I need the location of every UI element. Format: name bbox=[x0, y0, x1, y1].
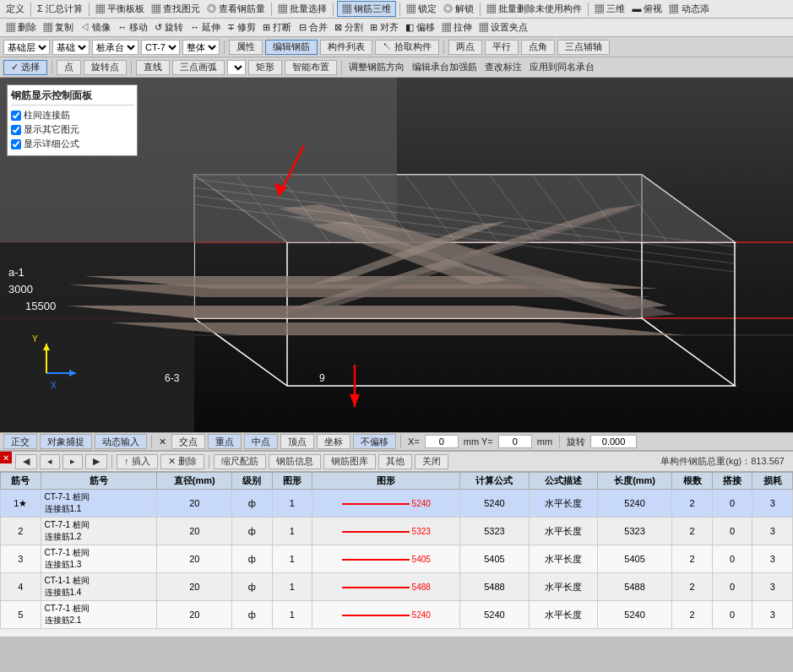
btn-balance-board[interactable]: ▦ 平衡板板 bbox=[93, 3, 147, 15]
btn-pick-element[interactable]: ↖ 拾取构件 bbox=[375, 40, 439, 55]
btn-view-rebar[interactable]: ◎ 查看钢筋量 bbox=[204, 3, 268, 15]
btn-batch-select[interactable]: ▦ 批量选择 bbox=[275, 3, 329, 15]
label-pillar-conn: 柱间连接筋 bbox=[24, 109, 70, 122]
table-row[interactable]: 4 CT-1-1 桩间连接筋1.4 20 ф 1 5488 5488 水平长度 … bbox=[1, 573, 793, 601]
cell-formula: 5323 bbox=[460, 518, 529, 545]
btn-rebar-info[interactable]: 钢筋信息 bbox=[269, 454, 321, 469]
btn-insert-rebar[interactable]: ↑ 插入 bbox=[117, 454, 158, 469]
scope-select[interactable]: 整体 bbox=[182, 40, 220, 55]
btn-select[interactable]: ✓ 选择 bbox=[3, 60, 47, 75]
btn-rebar-3d[interactable]: ▦ 钢筋三维 bbox=[337, 1, 396, 17]
sep-t4-2 bbox=[131, 61, 132, 74]
btn-first[interactable]: ◀ bbox=[15, 454, 37, 469]
cell-loss: 3 bbox=[752, 490, 793, 518]
btn-move[interactable]: ↔ 移动 bbox=[115, 21, 150, 34]
y-input[interactable] bbox=[498, 435, 532, 448]
btn-last[interactable]: ▶ bbox=[85, 454, 107, 469]
rotate-input[interactable] bbox=[590, 435, 637, 448]
cell-desc: 水平长度 bbox=[529, 545, 597, 573]
btn-vertex[interactable]: 顶点 bbox=[280, 434, 314, 449]
y-label: mm Y= bbox=[461, 436, 496, 447]
btn-close-panel[interactable]: 关闭 bbox=[415, 454, 448, 469]
btn-edit-rebar[interactable]: 编辑钢筋 bbox=[265, 40, 318, 55]
close-rebar-btn[interactable]: ✕ bbox=[0, 452, 12, 463]
control-panel: 钢筋显示控制面板 柱间连接筋 显示其它图元 显示详细公式 bbox=[7, 84, 138, 156]
table-row[interactable]: 2 CT-7-1 桩间连接筋1.2 20 ф 1 5323 5323 水平长度 … bbox=[1, 518, 793, 545]
table-row[interactable]: 1★ CT-7-1 桩间连接筋1.1 20 ф 1 5240 5240 水平长度… bbox=[1, 490, 793, 518]
btn-edit-cap-rebar[interactable]: 编辑承台加强筋 bbox=[410, 61, 480, 73]
btn-angle[interactable]: 点角 bbox=[521, 40, 555, 55]
btn-no-offset[interactable]: 不偏移 bbox=[353, 434, 396, 449]
btn-three-arc[interactable]: 三点画弧 bbox=[172, 60, 225, 75]
btn-parallel[interactable]: 平行 bbox=[485, 40, 519, 55]
btn-unlock[interactable]: ◎ 解锁 bbox=[441, 3, 476, 15]
btn-rotate-point[interactable]: 旋转点 bbox=[84, 60, 127, 75]
checkbox-show-formula[interactable] bbox=[11, 139, 21, 149]
cell-shape-fig: 5323 bbox=[312, 518, 460, 545]
checkbox-show-other[interactable] bbox=[11, 125, 21, 135]
btn-stretch[interactable]: ▦ 拉伸 bbox=[439, 21, 475, 34]
cell-count: 2 bbox=[672, 601, 713, 629]
3d-viewport[interactable]: X Y a-1 3000 15500 6-3 9 钢筋显示控制面板 柱间连接筋 … bbox=[0, 78, 793, 432]
btn-dynamic-input[interactable]: 动态输入 bbox=[95, 434, 147, 449]
btn-top-view[interactable]: ▬ 俯视 bbox=[629, 3, 665, 15]
btn-delete-rebar[interactable]: ✕ 删除 bbox=[160, 454, 204, 469]
btn-check-mark[interactable]: 查改标注 bbox=[482, 61, 524, 73]
btn-mirror[interactable]: ◁ 镜像 bbox=[78, 21, 113, 34]
btn-find-element[interactable]: ▦ 查找图元 bbox=[149, 3, 203, 15]
btn-property[interactable]: 属性 bbox=[229, 40, 263, 55]
btn-dynamic[interactable]: ▦ 动态添 bbox=[666, 3, 711, 15]
btn-line[interactable]: 直线 bbox=[136, 60, 170, 75]
table-row[interactable]: 3 CT-7-1 桩间连接筋1.3 20 ф 1 5405 5405 水平长度 … bbox=[1, 545, 793, 573]
btn-three-point-aux[interactable]: 三点辅轴 bbox=[557, 40, 610, 55]
cell-length: 5405 bbox=[597, 545, 672, 573]
btn-rect[interactable]: 矩形 bbox=[248, 60, 282, 75]
btn-apply-same-cap[interactable]: 应用到同名承台 bbox=[527, 61, 597, 73]
btn-set-grip[interactable]: ▦ 设置夹点 bbox=[476, 21, 530, 34]
element-type-select[interactable]: 基础 bbox=[52, 40, 90, 55]
btn-trim[interactable]: ∓ 修剪 bbox=[225, 21, 258, 34]
svg-text:15500: 15500 bbox=[25, 300, 56, 312]
btn-offset[interactable]: ◧ 偏移 bbox=[403, 21, 437, 34]
btn-split[interactable]: ⊠ 分割 bbox=[332, 21, 366, 34]
btn-scale-config[interactable]: 缩尺配筋 bbox=[214, 454, 266, 469]
shape-select[interactable] bbox=[227, 60, 246, 75]
btn-coord[interactable]: 坐标 bbox=[317, 434, 350, 449]
btn-break[interactable]: ⊞ 打断 bbox=[260, 21, 294, 34]
btn-intersect[interactable]: 交点 bbox=[171, 434, 205, 449]
rebar-table-wrapper[interactable]: 筋号 筋号 直径(mm) 级别 图形 图形 计算公式 公式描述 长度(mm) 根… bbox=[0, 472, 793, 637]
btn-batch-delete[interactable]: ▦ 批量删除未使用构件 bbox=[484, 3, 584, 15]
btn-delete[interactable]: ▦ 删除 bbox=[3, 21, 39, 34]
btn-prev[interactable]: ◂ bbox=[40, 454, 60, 469]
btn-obj-snap[interactable]: 对象捕捉 bbox=[40, 434, 92, 449]
btn-rebar-library[interactable]: 钢筋图库 bbox=[323, 454, 376, 469]
btn-key-point[interactable]: 重点 bbox=[208, 434, 242, 449]
btn-3d[interactable]: ▦ 三维 bbox=[592, 3, 627, 15]
checkbox-pillar-conn[interactable] bbox=[11, 111, 21, 121]
btn-next[interactable]: ▸ bbox=[62, 454, 83, 469]
btn-lock[interactable]: ▦ 锁定 bbox=[404, 3, 439, 15]
x-input[interactable] bbox=[425, 435, 459, 448]
btn-sum-calc[interactable]: Σ 汇总计算 bbox=[35, 3, 85, 15]
btn-two-point[interactable]: 两点 bbox=[448, 40, 482, 55]
btn-merge[interactable]: ⊟ 合并 bbox=[296, 21, 330, 34]
btn-copy[interactable]: ▦ 复制 bbox=[41, 21, 76, 34]
btn-point[interactable]: 点 bbox=[57, 60, 81, 75]
btn-midpoint[interactable]: 中点 bbox=[244, 434, 278, 449]
cell-shape-num: 1 bbox=[272, 573, 312, 601]
btn-adjust-direction[interactable]: 调整钢筋方向 bbox=[346, 61, 407, 73]
btn-element-list[interactable]: 构件列表 bbox=[320, 40, 372, 55]
menu-define[interactable]: 定义 bbox=[3, 3, 27, 15]
code-select[interactable]: CT-7 bbox=[141, 40, 180, 55]
btn-align[interactable]: ⊞ 对齐 bbox=[367, 21, 401, 34]
table-row[interactable]: 5 CT-7-1 桩间连接筋2.1 20 ф 1 5240 5240 水平长度 … bbox=[1, 601, 793, 629]
btn-smart-layout[interactable]: 智能布置 bbox=[285, 60, 337, 75]
btn-rotate[interactable]: ↺ 旋转 bbox=[152, 21, 186, 34]
cell-desc: 水平长度 bbox=[529, 490, 597, 518]
element-select[interactable]: 桩承台 bbox=[92, 40, 139, 55]
btn-ortho[interactable]: 正交 bbox=[3, 434, 37, 449]
layer-select[interactable]: 基础层 bbox=[3, 40, 50, 55]
btn-other[interactable]: 其他 bbox=[378, 454, 412, 469]
cell-desc: 水平长度 bbox=[529, 518, 597, 545]
btn-extend[interactable]: ↔ 延伸 bbox=[187, 21, 223, 34]
